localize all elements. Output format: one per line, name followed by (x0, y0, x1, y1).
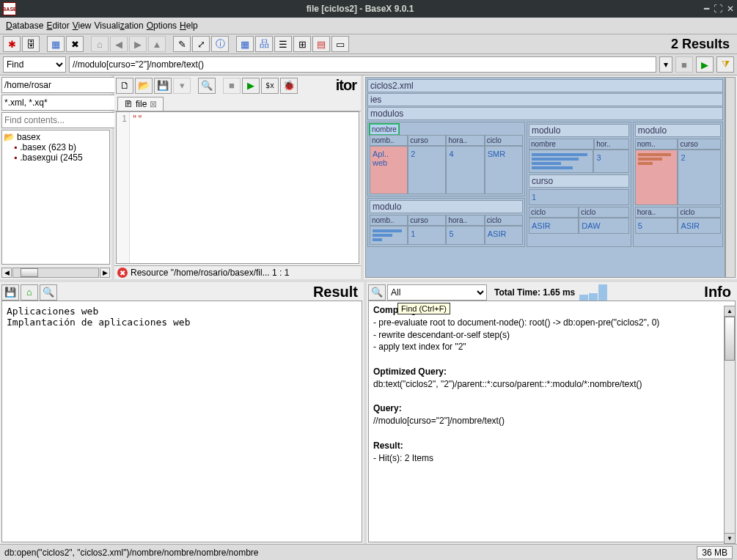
menu-options[interactable]: Options (147, 21, 177, 31)
map-modulo[interactable]: modulo nombre hor.. 3 curso 1 (527, 122, 631, 247)
project-tree[interactable]: basex .basex (623 b) .basexgui (2455 (1, 130, 110, 265)
map-col[interactable]: hora.. (446, 135, 484, 146)
map-group[interactable]: modulos (367, 107, 723, 120)
home-result-icon[interactable]: ⌂ (21, 284, 38, 301)
map-file[interactable]: ciclos2.xml (367, 79, 723, 92)
map-col[interactable]: curso (408, 215, 446, 226)
map-col[interactable]: hora.. (635, 207, 678, 218)
map-col[interactable]: ciclo (678, 207, 721, 218)
new-file-icon[interactable]: 🗋 (116, 78, 133, 94)
new-db-icon[interactable]: ✱ (3, 36, 21, 52)
expand-icon[interactable]: ⤢ (192, 36, 210, 52)
memory-indicator[interactable]: 36 MB (697, 546, 733, 559)
close-button[interactable]: ✕ (727, 4, 734, 14)
map-cell[interactable]: SMR (485, 146, 523, 194)
save-history-icon[interactable]: ▾ (173, 78, 191, 94)
save-result-icon[interactable]: 💾 (1, 284, 19, 301)
map-col[interactable]: ciclo (485, 135, 523, 146)
map-cell[interactable]: 4 (446, 146, 484, 194)
map-cell[interactable]: 1 (529, 189, 629, 205)
map-col[interactable]: curso (678, 139, 721, 150)
tab-close-icon[interactable]: ⊠ (150, 99, 157, 109)
search-input[interactable] (69, 56, 656, 73)
map-col[interactable]: nombre (529, 139, 594, 150)
open-file-icon[interactable]: 📂 (135, 78, 153, 94)
map-col[interactable]: nomb.. (370, 135, 408, 146)
search-history-dropdown[interactable]: ▾ (659, 56, 672, 73)
map-col[interactable]: ciclo (579, 207, 628, 218)
code-content[interactable]: "" (130, 112, 359, 263)
map-col[interactable]: hor.. (594, 139, 629, 150)
filter-icon[interactable]: ⧩ (716, 56, 734, 73)
find-contents-input[interactable] (1, 112, 117, 128)
search-mode-select[interactable]: Find (3, 56, 66, 73)
map-cell[interactable] (529, 150, 594, 173)
scroll-right-icon[interactable]: ▶ (100, 268, 110, 278)
map-cell[interactable]: 2 (678, 150, 721, 205)
info-filter-select[interactable]: All (387, 284, 487, 301)
info-vscroll[interactable]: ▲ ▼ (724, 306, 736, 544)
tree-icon[interactable]: 品 (255, 36, 273, 52)
treemap[interactable]: ciclos2.xml ies modulos nombre nomb.. cu… (365, 77, 725, 278)
back-icon[interactable]: ◀ (110, 36, 128, 52)
info-text[interactable]: Compiling: - pre-evaluate root to docume… (368, 301, 736, 542)
editor-textarea[interactable]: 1 "" (116, 111, 359, 264)
file-filter-input[interactable] (1, 95, 117, 111)
info-icon[interactable]: ⓘ (211, 36, 229, 52)
tree-file[interactable]: .basex (623 b) (4, 142, 108, 152)
search-info-icon[interactable]: 🔍 (368, 284, 386, 301)
delete-icon[interactable]: ✖ (66, 36, 84, 52)
menu-visualization[interactable]: Visualization (95, 21, 144, 31)
map-cell[interactable]: DAW (579, 218, 628, 234)
map-cell[interactable]: 2 (408, 146, 446, 194)
map-col[interactable]: hora.. (446, 215, 484, 226)
map-col[interactable]: nom.. (635, 139, 678, 150)
var-icon[interactable]: $x (261, 78, 279, 94)
map-cell[interactable] (635, 150, 678, 205)
calendar-icon[interactable]: ▤ (312, 36, 330, 52)
project-path-input[interactable] (1, 77, 117, 93)
stop-exec-icon[interactable]: ■ (223, 78, 241, 94)
map-col[interactable]: nomb.. (370, 215, 408, 226)
search-result-icon[interactable]: 🔍 (40, 284, 57, 301)
map-col[interactable]: ciclo (485, 215, 523, 226)
debug-icon[interactable]: 🐞 (280, 78, 298, 94)
map-selected[interactable]: nombre (370, 124, 399, 135)
save-file-icon[interactable]: 💾 (154, 78, 172, 94)
result-text[interactable]: Aplicaciones web Implantación de aplicac… (1, 301, 362, 542)
stop-icon[interactable]: ■ (675, 56, 693, 73)
map-cell[interactable]: 5 (446, 226, 484, 245)
tree-hscroll[interactable]: ◀ ▶ (0, 266, 111, 279)
menu-help[interactable]: Help (180, 21, 198, 31)
table-icon[interactable]: ▦ (236, 36, 254, 52)
scroll-left-icon[interactable]: ◀ (1, 268, 12, 278)
map-vscroll[interactable] (725, 77, 736, 278)
map-cell[interactable] (370, 226, 408, 245)
up-icon[interactable]: ▲ (148, 36, 166, 52)
map-modulo[interactable]: modulo nomb.. curso hora.. ciclo (367, 198, 525, 247)
map-root[interactable]: ies (367, 93, 723, 106)
run-icon[interactable]: ▶ (696, 56, 714, 73)
map-col[interactable]: ciclo (529, 207, 579, 218)
map-cell[interactable]: Apl.. web (370, 146, 408, 194)
minimize-button[interactable]: ━ (704, 4, 709, 14)
map-cell[interactable]: ASIR (529, 218, 579, 234)
map-col[interactable]: curso (408, 135, 446, 146)
scroll-up-icon[interactable]: ▲ (725, 306, 735, 317)
grid-icon[interactable]: ▦ (47, 36, 65, 52)
home-icon[interactable]: ⌂ (91, 36, 109, 52)
scroll-down-icon[interactable]: ▼ (725, 533, 735, 543)
maximize-button[interactable]: ⛶ (714, 4, 722, 14)
detail-icon[interactable]: ▭ (331, 36, 349, 52)
map-cell[interactable]: 1 (408, 226, 446, 245)
menu-editor[interactable]: Editor (46, 21, 69, 31)
map-modulo[interactable]: nombre nomb.. curso hora.. ciclo Apl.. w… (367, 122, 525, 196)
grid2-icon[interactable]: ⊞ (293, 36, 311, 52)
search-editor-icon[interactable]: 🔍 (198, 78, 216, 94)
map-modulo[interactable]: modulo nom.. curso 2 hora.. (633, 122, 723, 247)
tree-file[interactable]: .basexgui (2455 (4, 152, 108, 163)
db-icon[interactable]: 🗄 (22, 36, 40, 52)
menu-database[interactable]: DDatabaseatabase (6, 21, 43, 31)
map-cell[interactable]: 3 (593, 150, 628, 173)
tree-folder[interactable]: basex (4, 132, 108, 142)
